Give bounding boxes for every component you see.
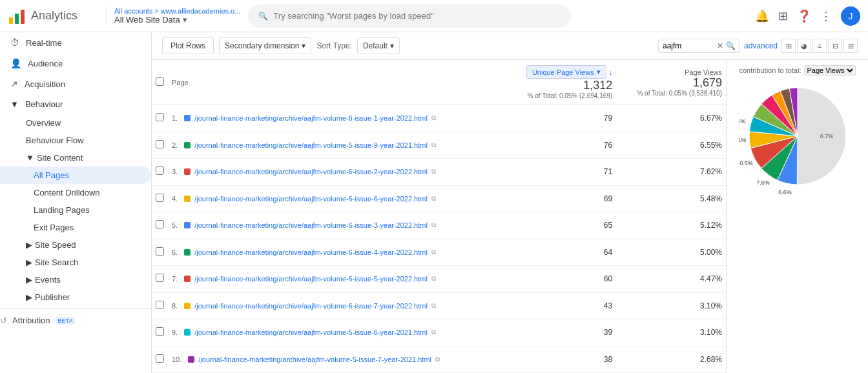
page-link[interactable]: /journal-finance-marketing/archive/aajfm… <box>194 248 428 256</box>
sidebar-item-publisher[interactable]: ▶ Publisher <box>0 288 151 306</box>
row-checkbox-cell[interactable] <box>152 105 168 132</box>
row-checkbox-cell[interactable] <box>152 132 168 159</box>
contribution-select[interactable]: Page Views <box>804 65 856 76</box>
pivot-view-icon[interactable]: ⊞ <box>843 39 858 53</box>
row-checkbox[interactable] <box>156 194 164 202</box>
row-checkbox[interactable] <box>156 354 164 363</box>
global-search-input[interactable] <box>273 11 561 21</box>
copy-icon[interactable]: ⧉ <box>431 248 436 256</box>
unique-pv-value: 60 <box>494 266 616 293</box>
page-link[interactable]: /journal-finance-marketing/archive/aajfm… <box>194 302 428 310</box>
row-checkbox-cell[interactable] <box>152 319 168 347</box>
row-number: 1. <box>172 114 180 122</box>
unique-pv-sort-btn[interactable]: Unique Page Views ▾ <box>526 65 606 79</box>
sidebar-item-overview[interactable]: Overview <box>0 114 151 132</box>
row-checkbox-cell[interactable] <box>152 292 168 319</box>
row-number: 7. <box>172 275 180 283</box>
copy-icon[interactable]: ⧉ <box>431 328 436 336</box>
page-cell: 9. /journal-finance-marketing/archive/aa… <box>168 319 494 347</box>
copy-icon[interactable]: ⧉ <box>435 356 440 363</box>
search-filter-icon[interactable]: 🔍 <box>726 41 736 50</box>
global-search-bar[interactable]: 🔍 <box>248 5 571 28</box>
plot-rows-button[interactable]: Plot Rows <box>162 37 214 54</box>
sort-dropdown-icon: ▾ <box>390 41 394 50</box>
copy-icon[interactable]: ⧉ <box>431 275 436 283</box>
filter-input[interactable] <box>663 41 714 50</box>
sidebar-item-exit-pages[interactable]: Exit Pages <box>0 219 151 236</box>
sidebar-item-all-pages[interactable]: All Pages <box>0 166 151 184</box>
row-checkbox-cell[interactable] <box>152 346 168 373</box>
advanced-link[interactable]: advanced <box>744 41 778 50</box>
page-link[interactable]: /journal-finance-marketing/archive/aajfm… <box>198 356 431 363</box>
sidebar-item-attribution[interactable]: ↺ Attribution BETA <box>0 312 151 329</box>
pie-view-icon[interactable]: ◕ <box>797 39 811 53</box>
pv-value: 5.48% <box>616 185 726 212</box>
sidebar-item-content-drilldown[interactable]: Content Drilldown <box>0 184 151 201</box>
row-number: 8. <box>172 302 180 310</box>
page-link[interactable]: /journal-finance-marketing/archive/aajfm… <box>194 168 428 176</box>
page-cell: 8. /journal-finance-marketing/archive/aa… <box>168 292 494 319</box>
select-all-checkbox[interactable] <box>156 77 164 86</box>
row-checkbox[interactable] <box>156 166 164 175</box>
copy-icon[interactable]: ⧉ <box>431 141 436 149</box>
row-checkbox[interactable] <box>156 247 164 256</box>
more-icon[interactable]: ⋮ <box>820 9 832 23</box>
sidebar-item-audience[interactable]: 👤 Audience <box>0 53 151 74</box>
bar-view-icon[interactable]: ≡ <box>812 39 827 53</box>
sidebar-item-events[interactable]: ▶ Events <box>0 271 151 288</box>
row-checkbox-cell[interactable] <box>152 212 168 239</box>
copy-icon[interactable]: ⧉ <box>431 195 436 203</box>
notification-icon[interactable]: 🔔 <box>755 9 769 23</box>
row-checkbox-cell[interactable] <box>152 185 168 212</box>
chevron-right-icon: ▶ <box>26 240 32 250</box>
compare-view-icon[interactable]: ⊟ <box>828 39 842 53</box>
row-color-dot <box>184 329 191 336</box>
table-row: 10. /journal-finance-marketing/archive/a… <box>152 346 726 373</box>
svg-text:6.7%: 6.7% <box>820 133 833 139</box>
page-link[interactable]: /journal-finance-marketing/archive/aajfm… <box>194 141 428 149</box>
row-checkbox[interactable] <box>156 113 164 121</box>
sidebar-item-realtime[interactable]: ⏱ Real-time <box>0 32 151 53</box>
sort-type-select[interactable]: Default ▾ <box>357 37 400 54</box>
svg-rect-1 <box>15 14 19 24</box>
page-link[interactable]: /journal-finance-marketing/archive/aajfm… <box>194 328 428 336</box>
sidebar-item-landing-pages[interactable]: Landing Pages <box>0 201 151 219</box>
sidebar-item-behaviour[interactable]: ▼ Behaviour <box>0 94 151 114</box>
page-link[interactable]: /journal-finance-marketing/archive/aajfm… <box>194 195 428 203</box>
row-checkbox[interactable] <box>156 140 164 148</box>
row-checkbox-cell[interactable] <box>152 159 168 186</box>
row-checkbox-cell[interactable] <box>152 266 168 293</box>
chevron-right-icon-4: ▶ <box>26 292 32 302</box>
page-link[interactable]: /journal-finance-marketing/archive/aajfm… <box>194 114 428 122</box>
copy-icon[interactable]: ⧉ <box>431 168 436 176</box>
grid-view-icon[interactable]: ⊞ <box>781 39 796 53</box>
sidebar-item-site-content[interactable]: ▼ Site Content <box>0 149 151 166</box>
checkbox-header[interactable] <box>152 60 168 105</box>
sort-desc-icon[interactable]: ↓ <box>609 68 613 76</box>
page-link[interactable]: /journal-finance-marketing/archive/aajfm… <box>194 275 428 283</box>
sidebar-item-site-speed[interactable]: ▶ Site Speed <box>0 236 151 254</box>
secondary-dimension-select[interactable]: Secondary dimension ▾ <box>219 37 311 54</box>
row-checkbox-cell[interactable] <box>152 239 168 266</box>
account-name[interactable]: All Web Site Data ▾ <box>114 15 240 25</box>
search-filter-box[interactable]: ✕ 🔍 <box>658 39 740 53</box>
avatar[interactable]: J <box>841 6 860 26</box>
copy-icon[interactable]: ⧉ <box>431 302 436 310</box>
pv-label: Page Views <box>620 68 722 76</box>
row-checkbox[interactable] <box>156 274 164 282</box>
sidebar-item-site-search[interactable]: ▶ Site Search <box>0 254 151 271</box>
row-checkbox[interactable] <box>156 327 164 336</box>
row-checkbox[interactable] <box>156 301 164 309</box>
apps-icon[interactable]: ⊞ <box>778 9 788 23</box>
clear-filter-icon[interactable]: ✕ <box>717 41 723 50</box>
copy-icon[interactable]: ⧉ <box>431 221 436 229</box>
page-link[interactable]: /journal-finance-marketing/archive/aajfm… <box>194 221 428 229</box>
copy-icon[interactable]: ⧉ <box>431 114 436 122</box>
svg-rect-2 <box>21 10 25 24</box>
sidebar-item-acquisition[interactable]: ↗ Acquisition <box>0 74 151 94</box>
help-icon[interactable]: ❓ <box>797 9 811 23</box>
row-checkbox[interactable] <box>156 220 164 228</box>
pv-value: 2.68% <box>616 346 726 373</box>
sidebar-item-behaviour-flow[interactable]: Behaviour Flow <box>0 132 151 149</box>
unique-pv-column-header[interactable]: Unique Page Views ▾ ↓ 1,312 % of Total: … <box>494 60 616 105</box>
